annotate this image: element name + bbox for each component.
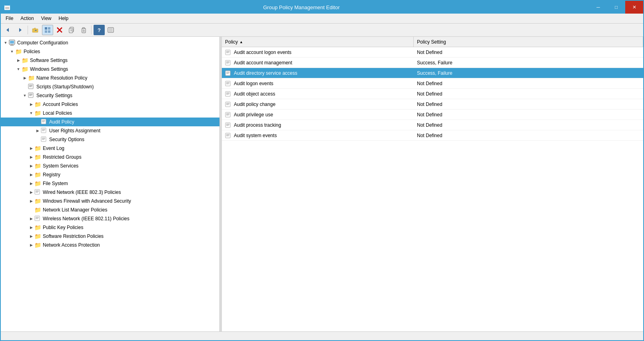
windows-firewall-icon: 📁 — [34, 198, 42, 204]
row-icon — [225, 112, 231, 118]
tree-node-network-list[interactable]: 📁 Network List Manager Policies — [1, 205, 219, 214]
grid-view-button[interactable] — [42, 25, 53, 35]
tree-node-audit-policy[interactable]: Audit Policy — [1, 118, 219, 126]
tree-label-registry: Registry — [43, 172, 60, 177]
menu-view[interactable]: View — [38, 14, 55, 22]
menu-help[interactable]: Help — [56, 14, 72, 22]
list-row[interactable]: Audit process tracking Not Defined — [222, 120, 643, 130]
row-policy-icon — [225, 112, 231, 118]
policy-name: Audit policy change — [234, 102, 275, 107]
list-row[interactable]: Audit system events Not Defined — [222, 130, 643, 141]
expand-windows-settings[interactable]: ▼ — [15, 66, 22, 72]
window-title: Group Policy Management Editor — [14, 4, 589, 10]
list-row[interactable]: Audit account management Success, Failur… — [222, 58, 643, 68]
tree-node-wired-network[interactable]: ▶ Wired Network (IEEE 802.3) Policies — [1, 188, 219, 197]
tree-node-windows-settings[interactable]: ▼ 📁 Windows Settings — [1, 65, 219, 74]
tree-node-file-system[interactable]: ▶ 📁 File System — [1, 179, 219, 188]
copy-icon — [68, 27, 75, 33]
tree-label-audit-policy: Audit Policy — [49, 119, 74, 125]
tree-node-computer-config[interactable]: ▼ Computer Configuration — [1, 38, 219, 47]
menu-action[interactable]: Action — [17, 14, 37, 22]
expand-registry[interactable]: ▶ — [28, 171, 34, 178]
expand-computer-config[interactable]: ▼ — [2, 40, 9, 46]
svg-rect-12 — [48, 30, 50, 33]
list-row[interactable]: Audit privilege use Not Defined — [222, 110, 643, 120]
maximize-button[interactable]: □ — [607, 1, 625, 14]
col-header-policy[interactable]: Policy ▲ — [222, 37, 414, 47]
expand-file-system[interactable]: ▶ — [28, 180, 34, 187]
tree-node-network-access[interactable]: ▶ 📁 Network Access Protection — [1, 241, 219, 249]
delete-icon — [56, 27, 63, 33]
back-button[interactable] — [2, 25, 14, 35]
list-row[interactable]: Audit policy change Not Defined — [222, 99, 643, 110]
public-key-icon: 📁 — [34, 224, 42, 231]
policy-setting: Not Defined — [417, 81, 442, 86]
expand-software-settings[interactable]: ▶ — [15, 57, 22, 64]
list-row[interactable]: Audit logon events Not Defined — [222, 78, 643, 89]
paste-button[interactable] — [78, 25, 89, 35]
tree-node-event-log[interactable]: ▶ 📁 Event Log — [1, 144, 219, 153]
tree-node-local-policies[interactable]: ▼ 📁 Local Policies — [1, 109, 219, 118]
forward-button[interactable] — [14, 25, 26, 35]
tree-node-restricted-groups[interactable]: ▶ 📁 Restricted Groups — [1, 153, 219, 162]
row-icon — [225, 91, 231, 97]
tree-node-public-key[interactable]: ▶ 📁 Public Key Policies — [1, 223, 219, 232]
expand-public-key[interactable]: ▶ — [28, 224, 34, 231]
expand-network-access[interactable]: ▶ — [28, 242, 34, 248]
tree-node-policies[interactable]: ▼ 📁 Policies — [1, 47, 219, 56]
help-button[interactable]: ? — [94, 25, 105, 35]
tree-node-name-resolution[interactable]: ▶ 📁 Name Resolution Policy — [1, 74, 219, 82]
expand-account-policies[interactable]: ▶ — [28, 101, 34, 108]
svg-rect-69 — [225, 71, 230, 76]
folder-up-button[interactable] — [30, 25, 41, 35]
expand-windows-firewall[interactable]: ▶ — [28, 198, 34, 204]
expand-policies[interactable]: ▼ — [9, 48, 15, 55]
expand-local-policies[interactable]: ▼ — [28, 110, 34, 116]
copy-button[interactable] — [66, 25, 77, 35]
tree-scroll-area[interactable]: ▼ Computer Configuration ▼ 📁 Policies — [1, 37, 219, 331]
row-icon — [225, 133, 231, 138]
expand-user-rights[interactable]: ▶ — [34, 128, 41, 134]
tree-node-wireless-network[interactable]: ▶ Wireless Network (IEEE 802.11) Policie… — [1, 214, 219, 223]
app-window: Group Policy Management Editor ─ □ ✕ Fil… — [0, 0, 644, 341]
expand-name-resolution[interactable]: ▶ — [22, 75, 28, 81]
col-header-setting[interactable]: Policy Setting — [414, 37, 643, 47]
tree-node-security-settings[interactable]: ▼ Security Settings — [1, 91, 219, 100]
expand-system-services[interactable]: ▶ — [28, 163, 34, 169]
tree-node-scripts[interactable]: Scripts (Startup/Shutdown) — [1, 82, 219, 91]
right-panel: Policy ▲ Policy Setting Audit account lo… — [222, 37, 643, 331]
expand-wireless-network[interactable]: ▶ — [28, 215, 34, 222]
list-row[interactable]: Audit directory service access Success, … — [222, 68, 643, 78]
details-button[interactable] — [106, 25, 117, 35]
expand-restricted-groups[interactable]: ▶ — [28, 154, 34, 160]
policy-name: Audit object access — [234, 91, 275, 97]
tree-label-system-services: System Services — [43, 163, 78, 169]
policy-setting: Not Defined — [417, 112, 442, 118]
delete-button[interactable] — [54, 25, 65, 35]
tree-node-user-rights[interactable]: ▶ User Rights Assignment — [1, 126, 219, 135]
tree-node-software-restriction[interactable]: ▶ 📁 Software Restriction Policies — [1, 232, 219, 241]
tree-node-windows-firewall[interactable]: ▶ 📁 Windows Firewall with Advanced Secur… — [1, 197, 219, 205]
menu-file[interactable]: File — [2, 14, 16, 22]
tree-node-registry[interactable]: ▶ 📁 Registry — [1, 170, 219, 179]
restricted-groups-icon: 📁 — [34, 154, 42, 160]
expand-security-settings[interactable]: ▼ — [22, 92, 28, 99]
tree-label-windows-firewall: Windows Firewall with Advanced Security — [43, 198, 131, 204]
tree-node-system-services[interactable]: ▶ 📁 System Services — [1, 162, 219, 170]
row-policy-icon — [225, 133, 231, 138]
menu-bar: File Action View Help — [1, 14, 643, 24]
list-row[interactable]: Audit account logon events Not Defined — [222, 47, 643, 58]
expand-event-log[interactable]: ▶ — [28, 145, 34, 152]
expand-software-restriction[interactable]: ▶ — [28, 233, 34, 239]
tree-node-security-options[interactable]: Security Options — [1, 135, 219, 144]
name-resolution-icon: 📁 — [28, 75, 35, 81]
expand-wired-network[interactable]: ▶ — [28, 189, 34, 195]
file-system-icon: 📁 — [34, 180, 42, 187]
minimize-button[interactable]: ─ — [589, 1, 607, 14]
list-row[interactable]: Audit object access Not Defined — [222, 89, 643, 99]
list-rows-container: Audit account logon events Not Defined A… — [222, 47, 643, 141]
close-button[interactable]: ✕ — [625, 1, 643, 14]
row-icon — [225, 60, 231, 66]
tree-node-software-settings[interactable]: ▶ 📁 Software Settings — [1, 56, 219, 65]
tree-node-account-policies[interactable]: ▶ 📁 Account Policies — [1, 100, 219, 109]
